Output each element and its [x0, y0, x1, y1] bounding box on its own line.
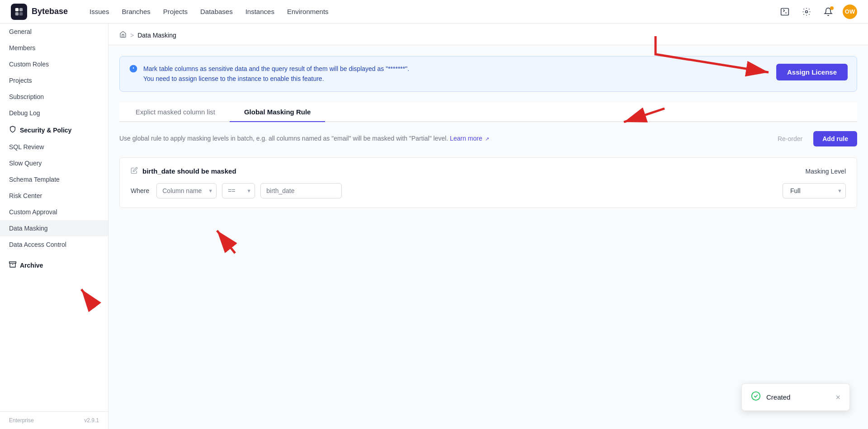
toast-notification: Created ×	[741, 383, 850, 411]
svg-point-5	[806, 10, 808, 13]
column-name-select-wrapper: Column name Table name Schema name ▼	[156, 183, 217, 198]
svg-point-11	[752, 392, 760, 400]
sidebar-item-debug-log[interactable]: Debug Log	[0, 105, 108, 121]
sidebar-item-custom-approval[interactable]: Custom Approval	[0, 204, 108, 220]
desc-main-text: Use global rule to apply masking levels …	[119, 135, 448, 142]
assign-license-button[interactable]: Assign License	[776, 64, 848, 80]
rule-title: birth_date should be masked	[142, 167, 236, 175]
sidebar-item-schema-template[interactable]: Schema Template	[0, 171, 108, 188]
info-text: Mark table columns as sensitive data and…	[143, 64, 409, 84]
sidebar-item-custom-roles[interactable]: Custom Roles	[0, 56, 108, 72]
sidebar-item-data-access-control[interactable]: Data Access Control	[0, 236, 108, 253]
info-banner-left: Mark table columns as sensitive data and…	[129, 64, 409, 84]
svg-rect-2	[15, 12, 19, 15]
sidebar-section-security-label: Security & Policy	[20, 127, 71, 134]
svg-rect-0	[15, 8, 19, 11]
tab-global[interactable]: Global Masking Rule	[230, 103, 326, 122]
operator-select[interactable]: == != LIKE	[222, 183, 255, 198]
nav-environments[interactable]: Environments	[287, 6, 329, 17]
info-line1: Mark table columns as sensitive data and…	[143, 64, 409, 74]
rule-title-area: birth_date should be masked	[131, 167, 236, 176]
info-circle-icon	[129, 64, 138, 75]
version-label: v2.9.1	[84, 417, 99, 424]
description-text: Use global rule to apply masking levels …	[119, 134, 489, 143]
sidebar-item-subscription[interactable]: Subscription	[0, 89, 108, 105]
info-banner: Mark table columns as sensitive data and…	[119, 56, 857, 92]
info-line2: You need to assign license to the instan…	[143, 74, 409, 84]
operator-select-wrapper: == != LIKE ▼	[222, 183, 255, 198]
add-rule-button[interactable]: Add rule	[813, 131, 857, 146]
sidebar-archive-label: Archive	[20, 262, 43, 269]
masking-level-label: Masking Level	[806, 168, 846, 175]
sidebar-item-risk-center[interactable]: Risk Center	[0, 188, 108, 204]
terminal-icon-button[interactable]	[778, 5, 792, 19]
logo-icon	[11, 4, 27, 20]
toast-message: Created	[766, 393, 830, 401]
rule-card: birth_date should be masked Masking Leve…	[119, 157, 857, 208]
breadcrumb-current: Data Masking	[137, 32, 176, 39]
sidebar-item-general[interactable]: General	[0, 24, 108, 40]
toast-success-icon	[751, 391, 761, 403]
nav-issues[interactable]: Issues	[90, 6, 109, 17]
breadcrumb-separator: >	[130, 32, 134, 39]
settings-icon-button[interactable]	[799, 5, 814, 19]
nav-links: Issues Branches Projects Databases Insta…	[90, 6, 763, 17]
tabs-bar: Explict masked column list Global Maskin…	[119, 103, 857, 122]
svg-rect-4	[781, 8, 789, 15]
desc-actions: Re-order Add rule	[772, 131, 857, 146]
tab-content: Use global rule to apply masking levels …	[119, 122, 857, 217]
archive-icon	[9, 261, 16, 269]
sidebar-item-slow-query[interactable]: Slow Query	[0, 155, 108, 171]
external-link-icon: ↗	[485, 136, 489, 141]
desc-row: Use global rule to apply masking levels …	[119, 131, 857, 146]
reorder-button[interactable]: Re-order	[772, 132, 808, 146]
sidebar-footer: Enterprise v2.9.1	[0, 411, 108, 429]
nav-databases[interactable]: Databases	[200, 6, 233, 17]
svg-rect-1	[19, 8, 23, 11]
nav-right: OW	[778, 5, 857, 19]
sidebar-section-archive[interactable]: Archive	[0, 256, 108, 274]
edit-icon[interactable]	[131, 167, 138, 176]
main-content: > Data Masking Mark table columns as sen…	[108, 24, 868, 429]
breadcrumb-home-icon[interactable]	[119, 31, 127, 39]
rule-header: birth_date should be masked Masking Leve…	[131, 167, 846, 176]
notification-icon-button[interactable]	[821, 5, 835, 19]
layout: General Members Custom Roles Projects Su…	[0, 24, 868, 429]
user-avatar[interactable]: OW	[843, 5, 857, 19]
column-name-select[interactable]: Column name Table name Schema name	[156, 183, 217, 198]
learn-more-link[interactable]: Learn more ↗	[450, 135, 489, 142]
sidebar-item-sql-review[interactable]: SQL Review	[0, 139, 108, 155]
toast-close-button[interactable]: ×	[835, 393, 840, 401]
tier-label: Enterprise	[9, 417, 34, 424]
shield-icon	[9, 126, 16, 134]
top-nav: Bytebase Issues Branches Projects Databa…	[0, 0, 868, 24]
svg-rect-3	[19, 12, 23, 15]
logo-text: Bytebase	[32, 7, 68, 16]
tab-explicit[interactable]: Explict masked column list	[121, 103, 230, 122]
sidebar-item-projects[interactable]: Projects	[0, 72, 108, 89]
svg-rect-6	[9, 262, 16, 263]
sidebar-item-members[interactable]: Members	[0, 40, 108, 56]
rule-body: Where Column name Table name Schema name…	[131, 183, 846, 198]
breadcrumb: > Data Masking	[108, 24, 868, 45]
learn-more-label: Learn more	[450, 135, 482, 142]
content-area: Mark table columns as sensitive data and…	[108, 45, 868, 228]
nav-projects[interactable]: Projects	[163, 6, 188, 17]
masking-level-select[interactable]: Full Partial None	[783, 183, 846, 198]
masking-level-select-wrapper: Full Partial None ▼	[783, 183, 846, 198]
notification-dot	[830, 6, 834, 10]
where-label: Where	[131, 187, 149, 194]
value-input[interactable]	[260, 183, 342, 198]
sidebar-item-data-masking[interactable]: Data Masking	[0, 220, 108, 236]
logo-area[interactable]: Bytebase	[11, 4, 68, 20]
sidebar-section-security[interactable]: Security & Policy	[0, 121, 108, 139]
sidebar: General Members Custom Roles Projects Su…	[0, 24, 108, 429]
nav-instances[interactable]: Instances	[245, 6, 274, 17]
nav-branches[interactable]: Branches	[122, 6, 150, 17]
